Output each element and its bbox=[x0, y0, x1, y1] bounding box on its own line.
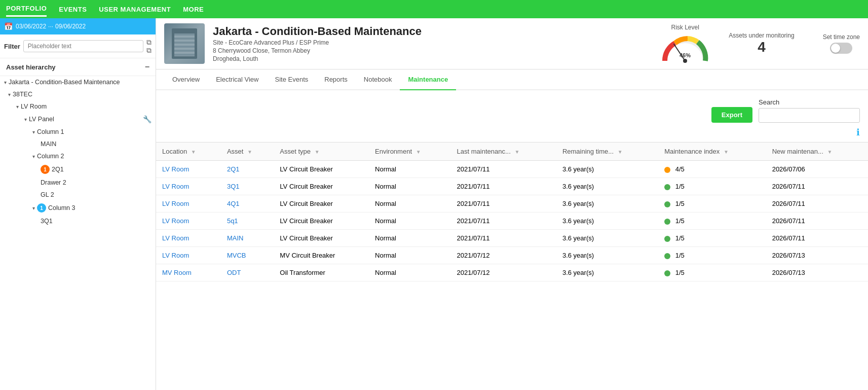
cell-asset-type: LV Circuit Breaker bbox=[274, 212, 369, 230]
date-range[interactable]: 03/06/2022 ··· 09/06/2022 bbox=[16, 23, 86, 30]
cell-remaining-time: 3.6 year(s) bbox=[556, 161, 658, 178]
tree-item-2q1[interactable]: 1 2Q1 bbox=[0, 162, 156, 176]
cell-environment: Normal bbox=[369, 230, 451, 247]
tab-site-events[interactable]: Site Events bbox=[267, 69, 316, 90]
tree-item-3q1[interactable]: 3Q1 bbox=[0, 215, 156, 227]
cell-last-maintenance: 2021/07/11 bbox=[451, 230, 556, 247]
col-location[interactable]: Location ▼ bbox=[156, 143, 221, 161]
paste-icon[interactable]: ⧉ bbox=[146, 47, 152, 54]
tree-label: 2Q1 bbox=[52, 166, 64, 173]
tab-electrical-view[interactable]: Electrical View bbox=[208, 69, 267, 90]
alert-badge-blue: 1 bbox=[37, 203, 46, 212]
table-header-row: Location ▼ Asset ▼ Asset type ▼ Enviro bbox=[156, 143, 868, 161]
tab-notebook[interactable]: Notebook bbox=[356, 69, 400, 90]
tab-maintenance[interactable]: Maintenance bbox=[400, 69, 456, 90]
content-area: Jakarta - Condition-Based Maintenance Si… bbox=[156, 18, 868, 390]
risk-gauge-container: Risk Level 46% bbox=[660, 24, 710, 63]
tree-arrow: ▾ bbox=[32, 129, 35, 135]
cell-asset-type: Oil Transformer bbox=[274, 264, 369, 281]
sort-arrow: ▼ bbox=[315, 149, 320, 155]
cell-asset[interactable]: 3Q1 bbox=[221, 178, 274, 195]
cell-asset[interactable]: MVCB bbox=[221, 247, 274, 264]
tree-arrow: ▾ bbox=[4, 80, 7, 85]
collapse-hierarchy-button[interactable]: − bbox=[145, 62, 149, 72]
tree-arrow: ▾ bbox=[16, 104, 19, 110]
timezone-toggle[interactable] bbox=[830, 43, 852, 54]
status-dot bbox=[664, 201, 670, 207]
set-timezone-label: Set time zone bbox=[823, 33, 860, 41]
header-address1: 8 Cherrywood Close, Termon Abbey bbox=[213, 47, 652, 54]
search-group: Search bbox=[759, 98, 860, 123]
tab-overview[interactable]: Overview bbox=[164, 69, 208, 90]
tree-item-col2[interactable]: ▾ Column 2 bbox=[0, 150, 156, 162]
asset-hierarchy-label: Asset hierarchy bbox=[6, 63, 56, 71]
col-maintenance-index[interactable]: Maintenance index ▼ bbox=[658, 143, 766, 161]
col-remaining-time[interactable]: Remaining time... ▼ bbox=[556, 143, 658, 161]
tree-item-col1[interactable]: ▾ Column 1 bbox=[0, 126, 156, 138]
nav-events[interactable]: EVENTS bbox=[59, 3, 87, 16]
filter-label: Filter bbox=[4, 43, 20, 50]
export-button[interactable]: Export bbox=[711, 107, 752, 123]
table-row: LV Room MAIN LV Circuit Breaker Normal 2… bbox=[156, 230, 868, 247]
assets-monitoring: Assets under monitoring 4 bbox=[729, 32, 794, 55]
table-row: LV Room 3Q1 LV Circuit Breaker Normal 20… bbox=[156, 178, 868, 195]
nav-more[interactable]: MORE bbox=[183, 3, 204, 16]
tree-item-38tec[interactable]: ▾ 38TEC bbox=[0, 88, 156, 100]
cell-location[interactable]: LV Room bbox=[156, 212, 221, 230]
cell-maintenance-index: 4/5 bbox=[658, 161, 766, 178]
tree-label: MAIN bbox=[41, 140, 56, 148]
cell-last-maintenance: 2021/07/12 bbox=[451, 247, 556, 264]
search-input[interactable] bbox=[23, 40, 143, 52]
set-timezone: Set time zone bbox=[823, 33, 860, 54]
cell-asset[interactable]: 4Q1 bbox=[221, 195, 274, 212]
cell-asset-type: LV Circuit Breaker bbox=[274, 230, 369, 247]
risk-gauge: 46% bbox=[660, 33, 710, 63]
cell-last-maintenance: 2021/07/11 bbox=[451, 212, 556, 230]
cell-new-maintenance: 2026/07/13 bbox=[766, 264, 868, 281]
cell-asset[interactable]: MAIN bbox=[221, 230, 274, 247]
cell-remaining-time: 3.6 year(s) bbox=[556, 212, 658, 230]
cell-new-maintenance: 2026/07/11 bbox=[766, 212, 868, 230]
tree-item-col3[interactable]: ▾ 1 Column 3 bbox=[0, 201, 156, 215]
col-asset-type[interactable]: Asset type ▼ bbox=[274, 143, 369, 161]
copy-icon[interactable]: ⧉ bbox=[146, 39, 152, 46]
cell-location[interactable]: LV Room bbox=[156, 161, 221, 178]
sort-arrow: ▼ bbox=[191, 149, 196, 155]
col-last-maintenance[interactable]: Last maintenanc... ▼ bbox=[451, 143, 556, 161]
maintenance-content: Export Search ℹ Location ▼ bbox=[156, 90, 868, 390]
sort-arrow: ▼ bbox=[724, 149, 729, 155]
status-dot bbox=[664, 270, 670, 276]
col-new-maintenance[interactable]: New maintenan... ▼ bbox=[766, 143, 868, 161]
tree-item-lvroom[interactable]: ▾ LV Room bbox=[0, 100, 156, 113]
tree-item-main[interactable]: MAIN bbox=[0, 138, 156, 150]
col-asset[interactable]: Asset ▼ bbox=[221, 143, 274, 161]
table-row: MV Room ODT Oil Transformer Normal 2021/… bbox=[156, 264, 868, 281]
info-icon[interactable]: ℹ bbox=[856, 127, 860, 138]
cell-location[interactable]: LV Room bbox=[156, 195, 221, 212]
tree-label: Column 3 bbox=[48, 204, 76, 211]
tree-label: Jakarta - Condition-Based Maintenance bbox=[9, 79, 120, 86]
header-address2: Drogheda, Louth bbox=[213, 55, 652, 62]
cell-asset[interactable]: 2Q1 bbox=[221, 161, 274, 178]
cell-asset[interactable]: ODT bbox=[221, 264, 274, 281]
cell-new-maintenance: 2026/07/11 bbox=[766, 178, 868, 195]
tree-item-root[interactable]: ▾ Jakarta - Condition-Based Maintenance bbox=[0, 76, 156, 88]
maintenance-search-input[interactable] bbox=[759, 108, 860, 123]
cell-location[interactable]: LV Room bbox=[156, 247, 221, 264]
cell-environment: Normal bbox=[369, 212, 451, 230]
svg-point-1 bbox=[683, 59, 687, 63]
nav-user-management[interactable]: USER MANAGEMENT bbox=[99, 3, 171, 16]
table-row: LV Room 2Q1 LV Circuit Breaker Normal 20… bbox=[156, 161, 868, 178]
tab-reports[interactable]: Reports bbox=[316, 69, 356, 90]
cell-location[interactable]: LV Room bbox=[156, 230, 221, 247]
tree-item-drawer2[interactable]: Drawer 2 bbox=[0, 176, 156, 189]
status-dot bbox=[664, 253, 670, 259]
cell-location[interactable]: LV Room bbox=[156, 178, 221, 195]
cell-asset[interactable]: 5q1 bbox=[221, 212, 274, 230]
nav-portfolio[interactable]: PORTFOLIO bbox=[6, 2, 47, 17]
tree-item-lvpanel[interactable]: ▾ LV Panel 🔧 bbox=[0, 113, 156, 126]
tree-item-gl2[interactable]: GL 2 bbox=[0, 189, 156, 201]
cell-maintenance-index: 1/5 bbox=[658, 247, 766, 264]
col-environment[interactable]: Environment ▼ bbox=[369, 143, 451, 161]
cell-location[interactable]: MV Room bbox=[156, 264, 221, 281]
